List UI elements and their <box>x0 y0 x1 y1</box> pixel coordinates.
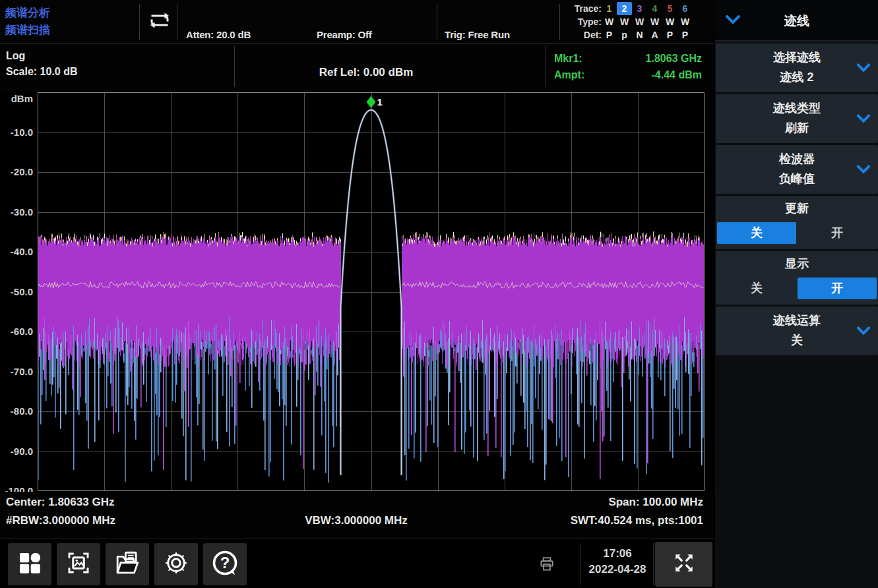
trace-number-cell[interactable]: 3 <box>632 2 647 15</box>
trace-menu-panel: 迹线 选择迹线 迹线 2 迹线类型 刷新 检波器 负峰值 更新 关 <box>714 0 878 588</box>
trace-type-cell: W <box>602 15 617 28</box>
atten-readout: Atten: 20.0 dB <box>186 28 263 41</box>
trace-detector-cell: P <box>662 28 677 42</box>
trace-number-cell[interactable]: 2 <box>617 2 632 15</box>
trig-readout: Trig: Free Run <box>445 28 510 41</box>
menu-item-label: 迹线运算 <box>716 312 878 328</box>
center-freq-label: Center: 1.80633 GHz <box>6 496 114 509</box>
menu-item-label: 迹线类型 <box>716 100 878 116</box>
trace-detector-cell: P <box>602 28 617 42</box>
preamp-readout: Preamp: Off <box>317 28 399 41</box>
menu-item-label: 检波器 <box>716 151 878 167</box>
marker-ampt-label: Ampt: <box>554 67 584 83</box>
menu-item-label: 选择迹线 <box>716 49 878 65</box>
clock: 17:06 2022-04-28 <box>583 546 652 577</box>
y-axis-tick-label: -90.0 <box>11 446 33 457</box>
y-axis-tick-label: -40.0 <box>11 246 33 257</box>
trace-status-table[interactable]: Trace:123456Type:WWWWWWDet:PpNAPP <box>566 2 710 42</box>
update-off-button[interactable]: 关 <box>717 222 796 244</box>
continuous-sweep-button[interactable] <box>144 9 175 35</box>
settings-button[interactable] <box>154 543 198 585</box>
trace-type-cell: W <box>662 15 677 28</box>
menu-item-select-trace[interactable]: 选择迹线 迹线 2 <box>716 44 878 92</box>
trace-menu-header[interactable]: 迹线 <box>715 0 878 42</box>
panel-title: 迹线 <box>715 0 878 42</box>
trace-detector-cell: A <box>647 28 662 42</box>
chevron-down-icon <box>856 325 871 339</box>
span-label: Span: 100.00 MHz <box>462 496 703 509</box>
menu-item-detector[interactable]: 检波器 负峰值 <box>716 145 878 194</box>
menu-item-value: 关 <box>716 332 878 348</box>
trace-status-row-label: Type: <box>566 15 602 28</box>
menu-item-value: 迹线 2 <box>716 69 878 85</box>
chevron-down-icon <box>856 62 871 76</box>
mode-title-line2: 频谱扫描 <box>5 22 50 39</box>
trace-type-cell: W <box>632 15 647 28</box>
marker-frequency: 1.8063 GHz <box>646 50 702 67</box>
rbw-label: #RBW:3.000000 MHz <box>6 514 115 527</box>
marker-amplitude: -4.44 dBm <box>652 67 702 83</box>
printer-icon <box>538 556 555 572</box>
taskbar: ? 17:06 2022-04-28 <box>0 539 714 588</box>
menu-item-value: 刷新 <box>716 120 878 136</box>
toggle-update: 更新 关 开 <box>716 196 878 249</box>
spectrum-canvas[interactable] <box>38 92 705 491</box>
swt-label: SWT:40.524 ms, pts:1001 <box>462 514 703 527</box>
trace-number-cell[interactable]: 6 <box>677 2 693 15</box>
menu-item-trace-math[interactable]: 迹线运算 关 <box>716 307 878 355</box>
trace-status-row-label: Det: <box>566 28 602 42</box>
mode-title-button[interactable]: 频谱分析 频谱扫描 <box>5 5 50 39</box>
trace-type-cell: W <box>617 15 632 28</box>
y-axis-tick-label: -80.0 <box>11 405 33 417</box>
trace-number-cell[interactable]: 4 <box>647 2 662 15</box>
screenshot-icon <box>65 549 92 579</box>
y-axis-tick-label: -10.0 <box>11 127 33 138</box>
log-label: Log <box>6 50 25 62</box>
help-button[interactable]: ? <box>203 543 247 585</box>
divider <box>559 4 560 40</box>
spectrum-plot[interactable] <box>38 92 705 491</box>
display-off-button[interactable]: 关 <box>717 278 796 299</box>
y-axis-tick-label: -70.0 <box>11 366 33 377</box>
update-on-button[interactable]: 开 <box>798 222 877 244</box>
fullscreen-button[interactable] <box>655 542 712 587</box>
trace-detector-cell: P <box>677 28 693 42</box>
divider <box>437 4 437 40</box>
menu-item-value: 负峰值 <box>716 171 878 187</box>
frequency-row: Center: 1.80633 GHz Span: 100.00 MHz #RB… <box>0 492 714 538</box>
ref-level-label: Ref Lel: 0.00 dBm <box>264 66 468 79</box>
trace-detector-cell: p <box>617 28 632 42</box>
y-axis-tick-label: -60.0 <box>11 326 33 337</box>
settings-gear-icon <box>162 548 191 580</box>
trace-type-cell: W <box>647 15 662 28</box>
divider <box>653 543 654 585</box>
svg-text:?: ? <box>220 554 230 572</box>
divider <box>580 543 581 585</box>
y-axis-tick-label: -30.0 <box>11 206 33 218</box>
chevron-down-icon <box>856 163 871 178</box>
help-icon: ? <box>210 548 239 580</box>
y-axis-tick-label: -50.0 <box>11 286 33 297</box>
trace-number-cell[interactable]: 1 <box>602 2 617 15</box>
trace-detector-cell: N <box>632 28 647 42</box>
chevron-down-icon <box>856 113 871 127</box>
continuous-sweep-icon <box>147 10 172 34</box>
divider <box>234 46 235 87</box>
home-menu-button[interactable] <box>8 543 51 585</box>
trace-type-cell: W <box>677 15 693 28</box>
y-axis-tick-label: -20.0 <box>11 166 33 177</box>
time-label: 17:06 <box>583 546 652 562</box>
display-on-button[interactable]: 开 <box>798 278 877 299</box>
divider <box>546 46 546 87</box>
trace-number-cell[interactable]: 5 <box>662 2 677 15</box>
vbw-label: VBW:3.000000 MHz <box>251 514 462 527</box>
file-save-icon <box>113 549 141 579</box>
marker-name: Mkr1: <box>554 50 582 67</box>
file-button[interactable] <box>106 543 149 585</box>
divider <box>177 4 177 40</box>
screenshot-button[interactable] <box>57 543 100 585</box>
marker-readout: Mkr1: 1.8063 GHz Ampt: -4.44 dBm <box>554 50 702 83</box>
toggle-label: 更新 <box>716 200 878 216</box>
menu-item-trace-type[interactable]: 迹线类型 刷新 <box>716 94 878 143</box>
scale-row: Log Scale: 10.0 dB Ref Lel: 0.00 dBm Mkr… <box>0 45 714 92</box>
